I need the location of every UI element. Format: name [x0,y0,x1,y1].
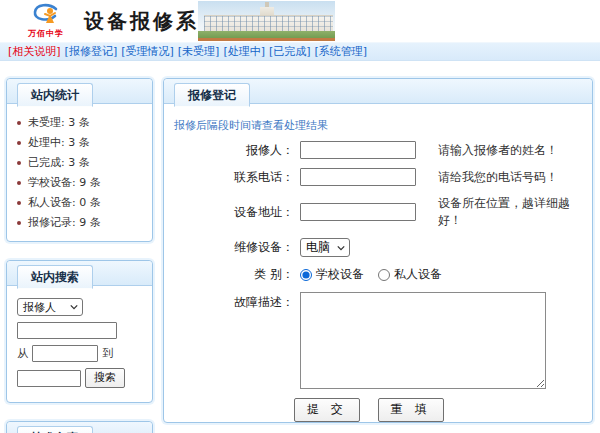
form-buttons: 提 交 重 填 [294,398,592,422]
stat-repair-records: 报修记录: 9 条 [17,213,146,233]
phone-label: 联系电话： [164,169,294,186]
device-select[interactable]: 电脑 [300,238,350,257]
form-row-category: 类 别： 学校设备 私人设备 [164,266,592,283]
stats-box-header: 站内统计 [7,79,152,104]
nav-item-repair-register[interactable]: [报修登记] [65,44,118,59]
search-box-header: 站内搜索 [7,261,152,286]
radio-school-label: 学校设备 [316,266,364,283]
bullet-icon [17,121,21,125]
address-label: 设备地址： [164,204,294,221]
page: 万佰中学 设备报修系统 [相关说明] [报修登记] [受理情况] [未受理] [… [0,0,600,433]
stats-list: 未受理: 3 条 处理中: 3 条 已完成: 3 条 学校设备: 9 条 私人设… [7,104,152,241]
form-row-address: 设备地址： 设备所在位置，越详细越好！ [164,195,592,229]
content: 站内统计 未受理: 3 条 处理中: 3 条 已完成: 3 条 学校设备: 9 … [0,61,600,433]
search-to-input[interactable] [17,370,81,387]
search-box: 站内搜索 报修人 从 到 搜索 [6,260,153,403]
device-select-value: 电脑 [306,239,330,256]
search-title: 站内搜索 [17,265,93,289]
description-textarea[interactable] [300,292,546,389]
form-row-reporter: 报修人： 请输入报修者的姓名！ [164,141,592,159]
stats-title: 站内统计 [17,83,93,107]
search-from-label: 从 [17,346,28,361]
reporter-input[interactable] [300,141,416,159]
category-label: 类 别： [164,266,294,283]
bullet-icon [17,201,21,205]
tech-box-header: 技术负责 [7,422,152,433]
repair-form: 报修人： 请输入报修者的姓名！ 联系电话： 请给我您的电话号码！ 设备地址： 设… [164,133,592,422]
radio-school-device[interactable] [300,269,312,281]
search-type-value: 报修人 [23,300,56,315]
search-from-input[interactable] [32,345,98,362]
reset-button[interactable]: 重 填 [378,398,444,422]
reporter-hint: 请输入报修者的姓名！ [438,142,558,159]
category-options: 学校设备 私人设备 [300,266,452,283]
tech-box: 技术负责 技术: 信息中心 QQ: 9458**** 手机: 132****83… [6,421,153,433]
search-keyword-input[interactable] [17,322,117,339]
search-to-label: 到 [102,346,113,361]
bullet-icon [17,181,21,185]
stat-in-progress: 处理中: 3 条 [17,133,146,153]
repair-note: 报修后隔段时间请查看处理结果 [164,104,592,133]
bullet-icon [17,141,21,145]
school-logo: 万佰中学 [16,2,76,39]
bullet-icon [17,161,21,165]
tech-title: 技术负责 [17,426,93,433]
radio-private-device[interactable] [378,269,390,281]
form-row-description: 故障描述： [164,292,592,389]
bullet-icon [17,221,21,225]
radio-private-label: 私人设备 [394,266,442,283]
nav-item-instructions[interactable]: [相关说明] [8,44,61,59]
search-type-select[interactable]: 报修人 [17,298,83,316]
chevron-down-icon [70,303,78,311]
main-panel-header: 报修登记 [164,79,592,104]
nav-item-in-progress[interactable]: [处理中] [223,44,265,59]
stat-school-devices: 学校设备: 9 条 [17,173,146,193]
stat-private-devices: 私人设备: 0 条 [17,193,146,213]
stat-completed: 已完成: 3 条 [17,153,146,173]
stat-not-accepted: 未受理: 3 条 [17,113,146,133]
address-hint: 设备所在位置，越详细越好！ [438,195,592,229]
search-button[interactable]: 搜索 [85,368,125,388]
chevron-down-icon [337,244,345,252]
address-input[interactable] [300,203,416,221]
form-row-device: 维修设备： 电脑 [164,238,592,257]
header: 万佰中学 设备报修系统 [0,0,600,42]
form-row-phone: 联系电话： 请给我您的电话号码！ [164,168,592,186]
reporter-label: 报修人： [164,142,294,159]
nav-bar: [相关说明] [报修登记] [受理情况] [未受理] [处理中] [已完成] [… [0,42,600,61]
nav-item-acceptance-status[interactable]: [受理情况] [121,44,174,59]
logo-icon [23,2,69,26]
school-photo [198,1,335,41]
tab-repair-register[interactable]: 报修登记 [174,83,250,107]
nav-item-not-accepted[interactable]: [未受理] [178,44,220,59]
nav-item-system-admin[interactable]: [系统管理] [315,44,368,59]
description-label: 故障描述： [164,292,294,311]
stats-box: 站内统计 未受理: 3 条 处理中: 3 条 已完成: 3 条 学校设备: 9 … [6,78,153,242]
nav-item-completed[interactable]: [已完成] [269,44,311,59]
submit-button[interactable]: 提 交 [294,398,360,422]
phone-input[interactable] [300,168,416,186]
logo-text: 万佰中学 [16,28,76,39]
sidebar: 站内统计 未受理: 3 条 处理中: 3 条 已完成: 3 条 学校设备: 9 … [6,78,153,433]
main-panel: 报修登记 报修后隔段时间请查看处理结果 报修人： 请输入报修者的姓名！ 联系电话… [163,78,593,423]
search-form: 报修人 从 到 搜索 [7,286,152,402]
phone-hint: 请给我您的电话号码！ [438,169,558,186]
device-label: 维修设备： [164,239,294,256]
